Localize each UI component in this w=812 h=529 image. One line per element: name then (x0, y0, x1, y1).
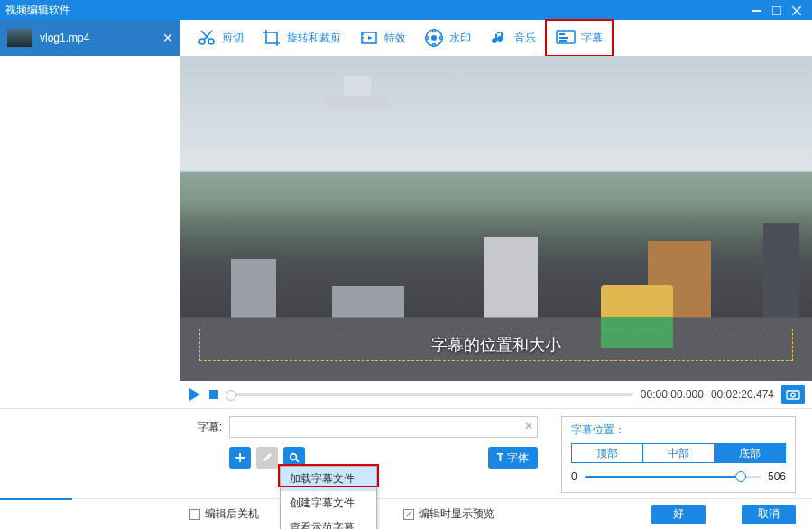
file-tab[interactable]: vlog1.mp4 ✕ (0, 20, 180, 56)
tab-subtitle-label: 字幕 (581, 31, 603, 46)
svg-rect-20 (559, 40, 567, 42)
sidebar: vlog1.mp4 ✕ (0, 20, 180, 408)
position-bottom[interactable]: 底部 (714, 444, 785, 462)
effect-icon (359, 28, 379, 48)
position-segmented: 顶部 中部 底部 (571, 443, 786, 463)
tab-cut-label: 剪切 (222, 31, 244, 46)
slider-knob[interactable] (735, 471, 746, 482)
svg-point-12 (431, 35, 437, 41)
menu-sample-subtitle[interactable]: 查看示范字幕 (281, 515, 376, 529)
slider-value: 506 (768, 470, 786, 483)
slider-min: 0 (571, 470, 577, 483)
font-button-label: 字体 (507, 450, 529, 466)
tab-rotate-crop[interactable]: 旋转和裁剪 (253, 20, 350, 56)
stop-button[interactable] (209, 390, 218, 399)
tab-subtitle[interactable]: 字幕 (545, 19, 614, 57)
svg-point-23 (291, 454, 297, 460)
video-preview[interactable]: 字幕的位置和大小 (180, 56, 812, 381)
tab-watermark[interactable]: 水印 (415, 20, 480, 56)
preview-subtitle-text: 字幕的位置和大小 (431, 334, 561, 356)
subtitle-region[interactable]: 字幕的位置和大小 (199, 329, 793, 361)
svg-rect-1 (772, 6, 781, 15)
start-time: 00:00:00.000 (641, 388, 704, 401)
svg-point-10 (363, 41, 364, 42)
add-subtitle-button[interactable] (229, 447, 251, 469)
end-time: 00:02:20.474 (711, 388, 774, 401)
subtitle-position-group: 字幕位置： 顶部 中部 底部 0 506 (561, 416, 796, 493)
svg-point-13 (433, 30, 436, 32)
file-thumb-icon (7, 29, 32, 47)
svg-rect-18 (559, 33, 565, 35)
window-title: 视频编辑软件 (5, 3, 747, 18)
position-slider[interactable] (585, 476, 761, 478)
subtitle-icon (556, 28, 576, 48)
tab-music-label: 音乐 (514, 31, 536, 46)
font-t-icon: T (497, 451, 503, 464)
menu-load-subtitle[interactable]: 加载字幕文件 (281, 467, 376, 491)
svg-point-16 (440, 37, 443, 40)
svg-rect-0 (752, 10, 761, 12)
position-top[interactable]: 顶部 (572, 444, 642, 462)
clear-input-icon[interactable]: ✕ (524, 420, 533, 432)
svg-point-22 (791, 393, 795, 396)
title-bar: 视频编辑软件 (0, 0, 812, 20)
watermark-icon (424, 28, 444, 48)
toolbar: 剪切 旋转和裁剪 特效 水印 音乐 字幕 (180, 20, 812, 56)
position-legend: 字幕位置： (571, 422, 786, 438)
svg-rect-21 (787, 391, 799, 399)
ok-button[interactable]: 好 (651, 505, 706, 524)
active-tab-underline (0, 498, 72, 500)
scissors-icon (197, 28, 217, 48)
tab-rotate-crop-label: 旋转和裁剪 (287, 31, 341, 46)
play-button[interactable] (188, 387, 202, 402)
shutdown-after-edit-checkbox[interactable]: 编辑后关机 (189, 506, 259, 522)
menu-create-subtitle[interactable]: 创建字幕文件 (281, 491, 376, 515)
progress-track[interactable] (226, 393, 633, 396)
tab-effect-label: 特效 (384, 31, 406, 46)
cancel-button[interactable]: 取消 (742, 505, 796, 524)
edit-subtitle-button[interactable] (256, 447, 278, 469)
tab-music[interactable]: 音乐 (480, 20, 545, 56)
show-preview-checkbox[interactable]: ✓ 编辑时显示预览 (403, 506, 494, 522)
svg-line-24 (296, 459, 299, 462)
tab-cut[interactable]: 剪切 (188, 20, 253, 56)
footer-bar: 编辑后关机 ✓ 编辑时显示预览 好 取消 (0, 498, 812, 529)
maximize-button[interactable] (767, 4, 787, 16)
player-bar: 00:00:00.000 00:02:20.474 (180, 381, 812, 408)
close-button[interactable] (787, 4, 807, 16)
checkbox-icon (189, 509, 200, 520)
position-middle[interactable]: 中部 (642, 444, 714, 462)
tab-effect[interactable]: 特效 (350, 20, 415, 56)
svg-point-14 (433, 44, 436, 47)
svg-point-9 (363, 37, 364, 39)
crop-icon (262, 28, 281, 48)
file-close-icon[interactable]: ✕ (162, 31, 173, 45)
svg-point-15 (426, 37, 429, 40)
preview-label: 编辑时显示预览 (419, 506, 494, 522)
shutdown-label: 编辑后关机 (205, 506, 259, 522)
svg-rect-19 (559, 37, 568, 39)
video-frame: 字幕的位置和大小 (180, 56, 812, 381)
subtitle-label: 字幕: (189, 420, 222, 435)
subtitle-file-input[interactable]: ✕ (229, 416, 538, 438)
snapshot-button[interactable] (781, 385, 805, 404)
svg-rect-6 (266, 32, 277, 43)
music-icon (489, 28, 509, 48)
svg-point-8 (363, 33, 364, 35)
minimize-button[interactable] (747, 4, 767, 16)
checkbox-checked-icon: ✓ (403, 509, 414, 520)
tab-watermark-label: 水印 (449, 31, 471, 46)
add-subtitle-menu: 加载字幕文件 创建字幕文件 查看示范字幕 (280, 466, 377, 529)
file-name: vlog1.mp4 (40, 32, 155, 44)
font-button[interactable]: T 字体 (488, 447, 538, 469)
